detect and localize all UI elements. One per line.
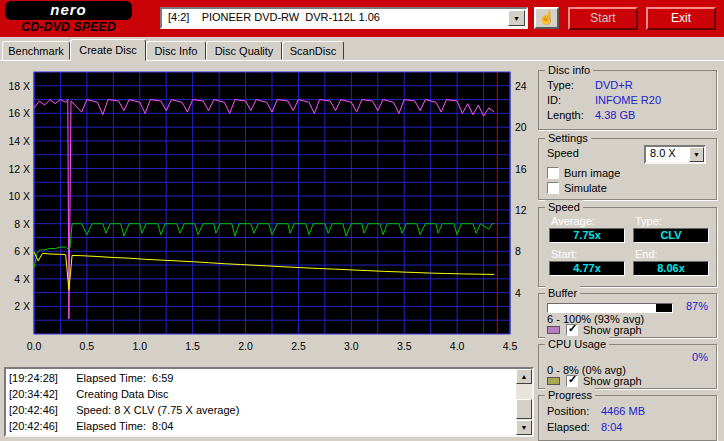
cd-dvd-speed-logo: CD-DVD SPEED	[5, 20, 132, 34]
position-label: Position:	[547, 405, 589, 417]
svg-text:8 X: 8 X	[14, 218, 30, 230]
svg-text:14 X: 14 X	[8, 135, 30, 147]
buffer-percent: 87%	[686, 300, 708, 312]
buffer-color-swatch	[547, 326, 560, 334]
write-type-value: CLV	[633, 228, 709, 243]
svg-text:1.0: 1.0	[132, 340, 147, 352]
svg-text:8: 8	[515, 245, 521, 257]
tab-benchmark[interactable]: Benchmark	[2, 41, 70, 60]
svg-text:10 X: 10 X	[8, 190, 30, 202]
exit-button[interactable]: Exit	[646, 7, 716, 30]
average-speed-value: 7.75x	[549, 228, 625, 243]
svg-text:24: 24	[515, 80, 527, 92]
log-lines: [19:24:28] Elapsed Time: 6:59 [20:34:42]…	[9, 370, 514, 434]
speed-label: Speed	[547, 147, 579, 159]
speed-group: Speed Average: Type: 7.75x CLV Start: En…	[538, 207, 717, 287]
cpu-color-swatch	[547, 377, 560, 385]
start-button[interactable]: Start	[568, 7, 638, 30]
disc-info-group: Disc info Type: DVD+R ID: INFOME R20 Len…	[538, 70, 717, 130]
svg-text:0.5: 0.5	[80, 340, 95, 352]
end-label: End:	[635, 248, 658, 260]
svg-text:12: 12	[515, 204, 527, 216]
start-label: Start:	[551, 248, 577, 260]
buffer-bar-fill	[548, 304, 656, 312]
group-title: CPU Usage	[545, 337, 609, 351]
svg-text:6 X: 6 X	[14, 245, 30, 257]
svg-text:2.5: 2.5	[291, 340, 306, 352]
nero-logo: nero	[5, 1, 132, 20]
log-line: [20:34:42] Creating Data Disc	[9, 386, 514, 402]
hand-icon: ☝	[538, 10, 554, 25]
end-speed-value: 8.06x	[633, 261, 709, 276]
svg-text:4: 4	[515, 287, 521, 299]
event-log[interactable]: [19:24:28] Elapsed Time: 6:59 [20:34:42]…	[4, 367, 534, 437]
chart-canvas: 2 X4 X6 X8 X10 X12 X14 X16 X18 X48121620…	[2, 64, 534, 364]
drive-select[interactable]: [4:2] PIONEER DVD-RW DVR-112L 1.06 ▼	[160, 7, 528, 29]
svg-text:4.0: 4.0	[450, 340, 465, 352]
buffer-group: Buffer 87% 6 - 100% (93% avg) ✓Show grap…	[538, 293, 717, 338]
position-value: 4466 MB	[601, 405, 645, 417]
svg-text:16 X: 16 X	[8, 107, 30, 119]
speed-select-value: 8.0 X	[650, 147, 676, 159]
group-title: Disc info	[545, 63, 593, 77]
disc-id-label: ID:	[547, 94, 561, 106]
svg-text:16: 16	[515, 163, 527, 175]
cpu-percent: 0%	[692, 351, 708, 363]
app-header: nero CD-DVD SPEED [4:2] PIONEER DVD-RW D…	[0, 0, 724, 37]
burn-image-checkbox[interactable]	[547, 167, 559, 179]
buffer-bar	[547, 303, 673, 313]
log-line: [20:42:46] Speed: 8 X CLV (7.75 X averag…	[9, 402, 514, 418]
burn-image-label: Burn image	[564, 167, 620, 179]
tab-scandisc[interactable]: ScanDisc	[282, 41, 344, 60]
start-speed-value: 4.77x	[549, 261, 625, 276]
svg-text:0.0: 0.0	[27, 340, 42, 352]
burn-speed-chart: 2 X4 X6 X8 X10 X12 X14 X16 X18 X48121620…	[2, 64, 534, 364]
cpu-show-graph-checkbox[interactable]: ✓	[566, 375, 578, 387]
cpu-show-graph-label: Show graph	[583, 375, 642, 387]
type-label: Type:	[635, 215, 662, 227]
disc-length-label: Length:	[547, 109, 584, 121]
svg-text:4.5: 4.5	[503, 340, 518, 352]
svg-text:18 X: 18 X	[8, 80, 30, 92]
scrollbar-thumb[interactable]	[516, 399, 532, 419]
settings-group: Settings Speed 8.0 X ▼ Burn image Simula…	[538, 138, 717, 200]
scroll-up-icon[interactable]: ▲	[516, 369, 532, 384]
svg-text:4 X: 4 X	[14, 273, 30, 285]
tab-bar: Benchmark Create Disc Disc Info Disc Qua…	[0, 39, 724, 60]
svg-text:2 X: 2 X	[14, 300, 30, 312]
group-title: Buffer	[545, 286, 580, 300]
speed-select[interactable]: 8.0 X ▼	[644, 145, 706, 164]
disc-length-value: 4.38 GB	[595, 109, 635, 121]
group-title: Speed	[545, 200, 583, 214]
svg-text:20: 20	[515, 121, 527, 133]
disc-type-label: Type:	[547, 79, 574, 91]
disc-id-value: INFOME R20	[595, 94, 661, 106]
svg-text:12 X: 12 X	[8, 163, 30, 175]
log-scrollbar[interactable]: ▲ ▼	[516, 369, 532, 435]
svg-text:2.0: 2.0	[238, 340, 253, 352]
drive-select-value: [4:2] PIONEER DVD-RW DVR-112L 1.06	[168, 11, 380, 23]
chevron-down-icon[interactable]: ▼	[689, 147, 704, 162]
svg-text:3.5: 3.5	[397, 340, 412, 352]
scroll-down-icon[interactable]: ▼	[516, 420, 532, 435]
disc-type-value: DVD+R	[595, 79, 633, 91]
svg-text:3.0: 3.0	[344, 340, 359, 352]
cpu-usage-group: CPU Usage 0% 0 - 8% (0% avg) ✓Show graph	[538, 344, 717, 389]
group-title: Progress	[545, 388, 595, 402]
chevron-down-icon[interactable]: ▼	[508, 10, 525, 26]
simulate-label: Simulate	[564, 182, 607, 194]
progress-group: Progress Position: 4466 MB Elapsed: 8:04	[538, 395, 717, 441]
group-title: Settings	[545, 131, 591, 145]
buffer-show-graph-checkbox[interactable]: ✓	[566, 324, 578, 336]
tab-disc-quality[interactable]: Disc Quality	[206, 41, 282, 60]
log-line: [20:42:46] Elapsed Time: 8:04	[9, 418, 514, 434]
tab-create-disc[interactable]: Create Disc	[70, 39, 146, 61]
elapsed-value: 8:04	[601, 421, 622, 433]
simulate-checkbox[interactable]	[547, 182, 559, 194]
log-line: [19:24:28] Elapsed Time: 6:59	[9, 370, 514, 386]
average-label: Average:	[551, 215, 595, 227]
elapsed-label: Elapsed:	[547, 421, 590, 433]
eject-tool-button[interactable]: ☝	[534, 7, 559, 29]
svg-text:1.5: 1.5	[185, 340, 200, 352]
tab-disc-info[interactable]: Disc Info	[146, 41, 206, 60]
